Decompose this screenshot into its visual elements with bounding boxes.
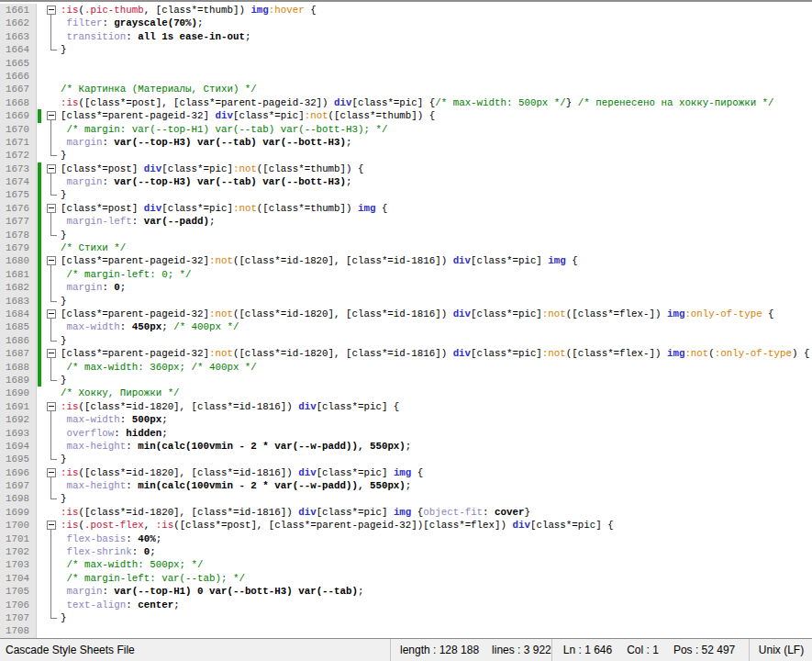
line-number[interactable]: 1685 (0, 320, 37, 333)
code-text[interactable]: /* max-width: 500px; */ (59, 558, 812, 571)
code-text[interactable]: /* max-width: 360px; /* 400px */ (59, 361, 812, 374)
code-text[interactable] (59, 70, 812, 83)
code-text[interactable]: /* Картинка (Материалы, Стихи) */ (59, 83, 812, 95)
line-number[interactable]: 1708 (0, 624, 37, 637)
line-number[interactable]: 1699 (0, 506, 37, 519)
code-text[interactable]: :is(.pic-thumb, [class*=thumb]) img:hove… (59, 4, 812, 17)
line-number[interactable]: 1668 (0, 96, 37, 109)
code-text[interactable]: [class*=post] div[class*=pic]:not([class… (59, 202, 812, 215)
line-number[interactable]: 1675 (0, 188, 37, 201)
fold-collapse-toggle[interactable] (44, 202, 59, 215)
line-number[interactable]: 1686 (0, 334, 37, 347)
code-text[interactable]: /* Хокку, Пирожки */ (59, 387, 812, 399)
line-number[interactable]: 1671 (0, 136, 37, 149)
fold-collapse-toggle[interactable] (44, 347, 59, 360)
code-text[interactable]: margin: var(--top-H3) var(--tab) var(--b… (59, 175, 812, 188)
code-text[interactable]: max-height: min(calc(100vmin - 2 * var(-… (59, 479, 812, 492)
line-number[interactable]: 1687 (0, 347, 37, 360)
fold-collapse-toggle[interactable] (44, 109, 59, 122)
fold-collapse-toggle[interactable] (44, 308, 59, 320)
fold-collapse-toggle[interactable] (44, 4, 59, 17)
code-text[interactable] (59, 624, 812, 637)
code-text[interactable]: } (59, 229, 812, 241)
code-text[interactable]: [class*=parent-pageid-32]:not([class*=id… (59, 254, 812, 267)
code-text[interactable]: } (59, 453, 812, 465)
line-number[interactable]: 1677 (0, 215, 37, 228)
code-text[interactable] (59, 57, 812, 70)
code-text[interactable]: max-height: min(calc(100vmin - 2 * var(-… (59, 440, 812, 453)
line-number[interactable]: 1688 (0, 361, 37, 374)
line-number[interactable]: 1669 (0, 109, 37, 122)
line-number[interactable]: 1701 (0, 532, 37, 545)
code-text[interactable]: } (59, 188, 812, 201)
code-text[interactable]: } (59, 492, 812, 505)
code-text[interactable]: [class*=parent-pageid-32]:not([class*=id… (59, 347, 812, 360)
code-text[interactable]: margin: var(--top-H3) var(--tab) var(--b… (59, 136, 812, 149)
line-number[interactable]: 1707 (0, 611, 37, 624)
code-text[interactable]: /* margin: var(--top-H1) var(--tab) var(… (59, 123, 812, 136)
line-number[interactable]: 1679 (0, 241, 37, 254)
code-text[interactable]: [class*=post] div[class*=pic]:not([class… (59, 162, 812, 175)
code-text[interactable]: overflow: hidden; (59, 427, 812, 440)
fold-collapse-toggle[interactable] (44, 400, 59, 413)
line-number[interactable]: 1696 (0, 466, 37, 479)
line-number[interactable]: 1680 (0, 254, 37, 267)
code-text[interactable]: } (59, 149, 812, 162)
code-text[interactable]: [class*=parent-pageid-32] div[class*=pic… (59, 109, 812, 122)
line-number[interactable]: 1684 (0, 308, 37, 320)
line-number[interactable]: 1700 (0, 519, 37, 532)
code-text[interactable]: margin-left: var(--padd); (59, 215, 812, 228)
code-text[interactable]: :is([class*=id-1820], [class*=id-1816]) … (59, 506, 812, 519)
line-number[interactable]: 1694 (0, 440, 37, 453)
line-number[interactable]: 1692 (0, 413, 37, 426)
line-number[interactable]: 1667 (0, 83, 37, 95)
line-number[interactable]: 1666 (0, 70, 37, 83)
line-number[interactable]: 1676 (0, 202, 37, 215)
code-text[interactable]: } (59, 374, 812, 387)
code-text[interactable]: flex-shrink: 0; (59, 545, 812, 558)
line-number[interactable]: 1690 (0, 387, 37, 399)
code-text[interactable]: :is([class*=id-1820], [class*=id-1816]) … (59, 400, 812, 413)
code-text[interactable]: flex-basis: 40%; (59, 532, 812, 545)
line-number[interactable]: 1674 (0, 175, 37, 188)
code-text[interactable]: :is([class*=id-1820], [class*=id-1816]) … (59, 466, 812, 479)
line-number[interactable]: 1698 (0, 492, 37, 505)
line-number[interactable]: 1691 (0, 400, 37, 413)
line-number[interactable]: 1661 (0, 4, 37, 17)
code-text[interactable]: } (59, 334, 812, 347)
line-number[interactable]: 1682 (0, 281, 37, 294)
line-number[interactable]: 1664 (0, 43, 37, 56)
line-number[interactable]: 1670 (0, 123, 37, 136)
line-number[interactable]: 1693 (0, 427, 37, 440)
fold-collapse-toggle[interactable] (44, 519, 59, 532)
code-text[interactable]: /* margin-left: 0; */ (59, 268, 812, 281)
fold-collapse-toggle[interactable] (44, 162, 59, 175)
line-number[interactable]: 1663 (0, 30, 37, 43)
line-number[interactable]: 1681 (0, 268, 37, 281)
line-number[interactable]: 1703 (0, 558, 37, 571)
line-number[interactable]: 1702 (0, 545, 37, 558)
code-text[interactable]: /* margin-left: var(--tab); */ (59, 572, 812, 585)
line-number[interactable]: 1673 (0, 162, 37, 175)
code-text[interactable]: :is([class*=post], [class*=parent-pageid… (59, 96, 812, 109)
code-text[interactable]: margin: var(--top-H1) 0 var(--bott-H3) v… (59, 585, 812, 598)
code-text[interactable]: max-width: 450px; /* 400px */ (59, 320, 812, 333)
line-number[interactable]: 1678 (0, 229, 37, 241)
code-text[interactable]: [class*=parent-pageid-32]:not([class*=id… (59, 308, 812, 320)
code-text[interactable]: } (59, 295, 812, 308)
line-number[interactable]: 1706 (0, 599, 37, 611)
code-text[interactable]: transition: all 1s ease-in-out; (59, 30, 812, 43)
line-number[interactable]: 1697 (0, 479, 37, 492)
status-caret-position[interactable]: Ln : 1 646 Col : 1 Pos : 52 497 (552, 639, 750, 661)
line-number[interactable]: 1704 (0, 572, 37, 585)
line-number[interactable]: 1695 (0, 453, 37, 465)
code-text[interactable]: filter: grayscale(70%); (59, 17, 812, 29)
code-text[interactable]: text-align: center; (59, 599, 812, 611)
code-text[interactable]: /* Стихи */ (59, 241, 812, 254)
line-number[interactable]: 1683 (0, 295, 37, 308)
code-text[interactable]: } (59, 611, 812, 624)
line-number[interactable]: 1705 (0, 585, 37, 598)
fold-collapse-toggle[interactable] (44, 254, 59, 267)
code-text[interactable]: } (59, 43, 812, 56)
line-number[interactable]: 1665 (0, 57, 37, 70)
